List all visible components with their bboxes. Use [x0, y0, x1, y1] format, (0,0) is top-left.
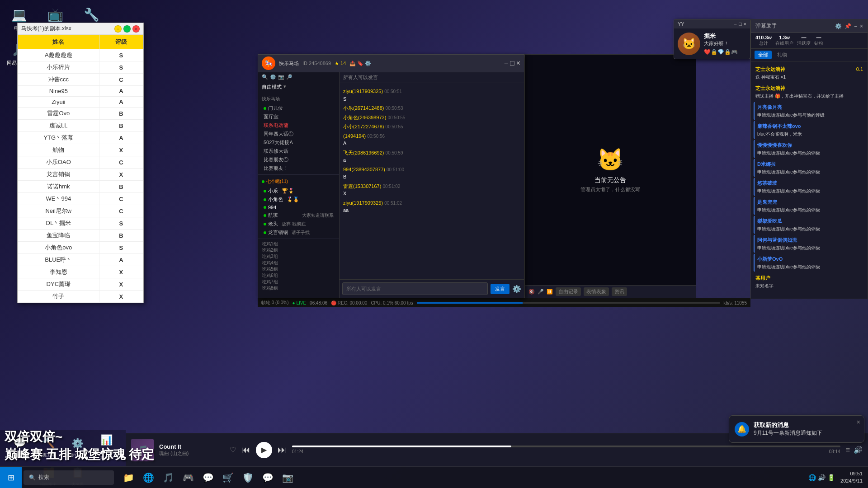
barrage-message[interactable]: 芝士永远滴神0.1送 神秘宝石 ×1 [754, 64, 865, 82]
start-button[interactable]: ⊞ [0, 467, 22, 488]
live-progress-track[interactable] [417, 302, 720, 304]
barrage-controls: ⚙️ 📌 − × [835, 23, 863, 29]
cell-name: Ziyuii [18, 97, 99, 108]
group-member-1[interactable]: 小乐🏆🎖️ [262, 187, 335, 195]
sidebar-item-4[interactable]: 5027大佬接A [262, 138, 335, 147]
table-row: Nine95A [18, 86, 143, 97]
barrage-message[interactable]: 阿何与蓝倒偶如流申请现场连线blue参与他的评级 [754, 235, 865, 253]
bottom-line2: 巅峰赛 五排 城堡惊魂 待定 [5, 446, 154, 463]
sidebar-item-2[interactable]: 面厅室 [262, 113, 335, 121]
table-row: 李知恩X [18, 266, 143, 278]
sidebar-item-friends[interactable]: 联系电话蒲 [262, 121, 335, 130]
barrage-messages[interactable]: 芝士永远滴神0.1送 神秘宝石 ×1芝士永远滴神赠送主播 🎁，开出神秘宝石，并送… [751, 61, 868, 299]
yy-close[interactable]: × [744, 21, 746, 27]
live-title-bar: 🎠 快乐马场 ID 24540869 ★ 14 📤 🔖 ⚙️ − □ × [258, 55, 524, 72]
minimize-button[interactable]: − [114, 25, 122, 33]
taskbar-explorer[interactable]: 📁 [119, 469, 137, 487]
yy-minimize[interactable]: − [734, 21, 736, 27]
media-prev-button[interactable]: ⏮ [241, 445, 250, 455]
table-row: 龙言销锅X [18, 169, 143, 181]
cell-grade: A [99, 132, 143, 144]
sidebar-item-7[interactable]: 比赛朋友！ [262, 164, 335, 173]
cell-grade: B [99, 230, 143, 242]
taskbar-store[interactable]: 🛒 [219, 469, 237, 487]
taskbar-game[interactable]: 🎮 [179, 469, 197, 487]
mute-icon[interactable]: 🔇 [528, 289, 535, 295]
sidebar-item-5[interactable]: 联系修大话 [262, 147, 335, 155]
barrage-message[interactable]: 麻辣香锅不太辣ovoblue不会雀魂啊，米米 [754, 121, 865, 139]
media-next-button[interactable]: ⏭ [278, 445, 287, 455]
maximize-button[interactable]: □ [123, 25, 131, 33]
taskbar-wechat2[interactable]: 💬 [259, 469, 277, 487]
col-grade-header: 评级 [99, 35, 143, 49]
chat-settings-icon[interactable]: ⚙️ [512, 285, 521, 293]
live-live-label: ● LIVE [292, 300, 307, 305]
mic-icon[interactable]: 🎤 [538, 289, 544, 295]
taskbar-qq[interactable]: 💬 [199, 469, 217, 487]
barrage-close-icon[interactable]: × [860, 23, 863, 29]
barrage-message[interactable]: 是鬼兜兜申请现场连线blue参与他的评级 [754, 197, 865, 215]
cell-grade: S [99, 49, 143, 61]
media-play-button[interactable]: ▶ [256, 442, 272, 458]
live-window-controls: − □ × [504, 59, 520, 67]
live-sidebar[interactable]: 🔍⚙️📷🔎 自由模式 ▾ 快乐马场 门儿位 面厅室 联系电话蒲 同年四大话① 5… [258, 72, 340, 298]
taskbar-photo[interactable]: 📷 [278, 469, 297, 487]
barrage-message[interactable]: D米娜拉申请现场连线blue参与他的评级 [754, 159, 865, 177]
barrage-message[interactable]: 小新梦OvO申请现场连线blue参与他的评级 [754, 254, 865, 272]
live-mode-row: 自由模式 ▾ [258, 82, 339, 92]
cell-name: YTG丶落幕 [18, 132, 99, 144]
live-chat-messages[interactable]: ziyu(1917909325) 00:50:51S小乐(2671412488)… [340, 83, 524, 279]
sidebar-item-1[interactable]: 门儿位 [262, 104, 335, 113]
taskbar-search[interactable]: 🔍 搜索 [24, 470, 114, 485]
barrage-message[interactable]: 某用户未知名字 [754, 273, 865, 291]
close-button[interactable]: × [132, 25, 140, 33]
chat-input[interactable] [342, 282, 488, 295]
sidebar-item-6[interactable]: 比赛朋友① [262, 155, 335, 164]
battery-icon[interactable]: 🔋 [827, 474, 835, 481]
group-member-5[interactable]: 老头放弃 我彻底 [262, 220, 335, 228]
network-icon[interactable]: 🌐 [808, 474, 816, 481]
cell-name: DYC薰琋 [18, 278, 99, 291]
taskbar-music[interactable]: 🎵 [159, 469, 177, 487]
auto-record-btn[interactable]: 自由记录 [556, 287, 581, 296]
group-member-4[interactable]: 航班大家知道请联系 [262, 211, 335, 220]
bottom-text-overlay: 双倍双倍~ 巅峰赛 五排 城堡惊魂 待定 [5, 428, 154, 463]
media-controls: ⏮ ▶ ⏭ [241, 442, 287, 458]
expression-btn[interactable]: 表情表象 [584, 287, 609, 296]
table-window-filename: 马快考(1)的副本.xlsx [21, 25, 71, 33]
media-volume-icon[interactable]: 🔊 [854, 446, 863, 454]
media-heart-icon[interactable]: ♡ [230, 446, 236, 454]
barrage-message[interactable]: 悠茶破玻申请现场连线blue参与他的评级 [754, 178, 865, 196]
taskbar-security[interactable]: 🛡️ [239, 469, 257, 487]
barrage-message[interactable]: 慢慢慢慢喜欢你申请现场连线blue参与他的评级 [754, 140, 865, 158]
barrage-minimize-icon[interactable]: − [854, 23, 857, 29]
live-info-area: 🐱 当前无公告 管理员太懒了，什么都没写 🔇 🎤 ⏸️ 自由记录 表情表象 资讯 [524, 54, 696, 298]
info-btn[interactable]: 资讯 [612, 287, 627, 296]
media-progress-bar[interactable] [292, 446, 840, 447]
group-member-2[interactable]: 小角色🎖️🏅 [262, 195, 335, 204]
yy-title-label: YY [678, 21, 684, 27]
yy-maximize[interactable]: □ [739, 21, 742, 27]
pause-icon[interactable]: ⏸️ [547, 289, 553, 295]
barrage-message[interactable]: 梨架爱吃瓜申请现场连线blue参与他的评级 [754, 216, 865, 234]
media-list-icon[interactable]: ≡ [846, 446, 850, 454]
live-minimize[interactable]: − [504, 59, 508, 67]
volume-icon[interactable]: 🔊 [818, 474, 826, 481]
notification-close[interactable]: × [857, 418, 860, 426]
stat-active: — 活跃度 [797, 35, 811, 47]
barrage-message[interactable]: 月亮像月亮申请现场连线blue参与与他的评级 [754, 102, 865, 120]
filter-all-tab[interactable]: 全部 [755, 51, 772, 59]
live-close[interactable]: × [516, 59, 520, 67]
group-member-3[interactable]: 994 [262, 204, 335, 211]
barrage-dock-icon[interactable]: 📌 [844, 23, 851, 29]
chat-send-button[interactable]: 发言 [491, 284, 509, 294]
filter-gift-tab[interactable]: 礼物 [774, 51, 791, 59]
barrage-settings-icon[interactable]: ⚙️ [835, 23, 842, 29]
group-member-6[interactable]: 龙言销锅请子子找 [262, 228, 335, 237]
no-announce-text: 当前无公告 [580, 176, 640, 184]
taskbar-chrome[interactable]: 🌐 [139, 469, 157, 487]
taskbar-clock[interactable]: 09:51 2024/9/11 [835, 470, 868, 484]
barrage-message[interactable]: 芝士永远滴神赠送主播 🎁，开出神秘宝石，并送给了主播 [754, 83, 865, 101]
sidebar-item-3[interactable]: 同年四大话① [262, 130, 335, 138]
live-maximize[interactable]: □ [510, 59, 514, 67]
